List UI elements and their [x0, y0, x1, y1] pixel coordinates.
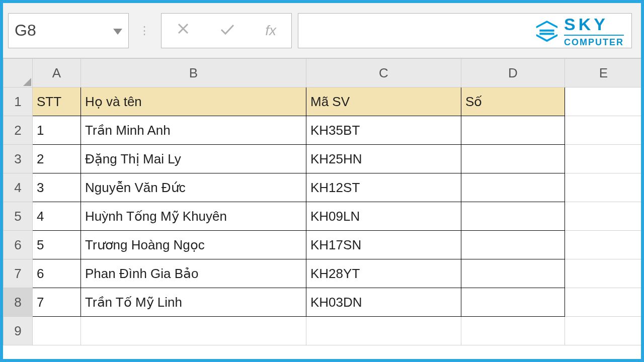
enter-icon[interactable] [220, 23, 235, 39]
cell[interactable]: KH12ST [306, 173, 461, 202]
col-header-D[interactable]: D [461, 59, 565, 87]
cell[interactable] [461, 288, 565, 317]
cell[interactable] [461, 173, 565, 202]
cell[interactable] [565, 288, 641, 317]
cell[interactable]: 1 [33, 116, 81, 145]
spreadsheet-grid[interactable]: A B C D E 1 STT Họ và tên Mã SV Số 2 1 T… [3, 58, 641, 345]
cell[interactable] [565, 116, 641, 145]
cell[interactable]: Mã SV [306, 87, 461, 116]
cell[interactable]: 2 [33, 145, 81, 173]
formula-bar-area: G8 ⋮ fx [3, 3, 641, 58]
cell[interactable] [33, 317, 81, 345]
cell[interactable]: 3 [33, 173, 81, 202]
cell[interactable] [81, 317, 306, 345]
cell[interactable]: 7 [33, 288, 81, 317]
dropdown-icon[interactable] [113, 21, 122, 40]
cell[interactable]: KH09LN [306, 202, 461, 231]
cell[interactable]: Đặng Thị Mai Ly [81, 145, 306, 173]
cell[interactable]: 5 [33, 231, 81, 259]
row-header[interactable]: 3 [4, 145, 33, 173]
cell[interactable] [461, 145, 565, 173]
row-header[interactable]: 5 [4, 202, 33, 231]
cell[interactable]: Họ và tên [81, 87, 306, 116]
cell[interactable] [565, 231, 641, 259]
cell[interactable]: Huỳnh Tống Mỹ Khuyên [81, 202, 306, 231]
col-header-B[interactable]: B [81, 59, 306, 87]
col-header-C[interactable]: C [306, 59, 461, 87]
formula-input[interactable] [298, 13, 632, 48]
row-header[interactable]: 1 [4, 87, 33, 116]
cancel-enter-fx: fx [161, 13, 292, 48]
row-header[interactable]: 4 [4, 173, 33, 202]
col-header-E[interactable]: E [565, 59, 641, 87]
row-header[interactable]: 7 [4, 259, 33, 288]
cell[interactable] [565, 87, 641, 116]
cell[interactable] [306, 317, 461, 345]
cancel-icon[interactable] [177, 22, 190, 39]
cell[interactable]: KH25HN [306, 145, 461, 173]
row-header[interactable]: 9 [4, 317, 33, 345]
cell[interactable]: KH17SN [306, 231, 461, 259]
col-header-A[interactable]: A [33, 59, 81, 87]
row-header[interactable]: 2 [4, 116, 33, 145]
svg-marker-0 [113, 29, 122, 35]
cell[interactable] [565, 259, 641, 288]
cell[interactable]: KH35BT [306, 116, 461, 145]
cell[interactable] [461, 317, 565, 345]
cell[interactable]: STT [33, 87, 81, 116]
cell[interactable] [461, 116, 565, 145]
cell[interactable]: Số [461, 87, 565, 116]
cell[interactable]: Trương Hoàng Ngọc [81, 231, 306, 259]
cell[interactable] [565, 173, 641, 202]
cell[interactable]: Trần Minh Anh [81, 116, 306, 145]
name-box-value: G8 [15, 21, 36, 40]
cell[interactable]: KH28YT [306, 259, 461, 288]
row-header[interactable]: 8 [4, 288, 33, 317]
cell[interactable] [461, 259, 565, 288]
cell[interactable] [565, 145, 641, 173]
cell[interactable]: 6 [33, 259, 81, 288]
select-all-corner[interactable] [4, 59, 33, 87]
cell[interactable] [461, 202, 565, 231]
cell[interactable]: Nguyễn Văn Đức [81, 173, 306, 202]
cell[interactable]: 4 [33, 202, 81, 231]
cell[interactable] [565, 202, 641, 231]
name-box[interactable]: G8 [8, 13, 129, 48]
cell[interactable]: Phan Đình Gia Bảo [81, 259, 306, 288]
cell[interactable] [565, 317, 641, 345]
cell[interactable]: Trần Tố Mỹ Linh [81, 288, 306, 317]
row-header[interactable]: 6 [4, 231, 33, 259]
cell[interactable] [461, 231, 565, 259]
grip-icon: ⋮ [135, 13, 155, 48]
fx-icon[interactable]: fx [265, 23, 276, 39]
cell[interactable]: KH03DN [306, 288, 461, 317]
